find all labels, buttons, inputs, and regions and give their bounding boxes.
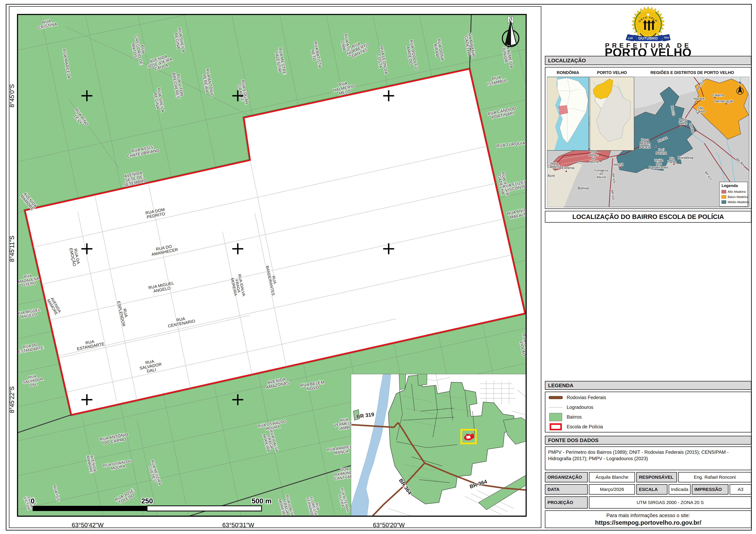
- legend-item-rodovias: Rodovias Federais: [545, 393, 751, 402]
- legend-item-escola: Escola de Polícia: [545, 422, 751, 432]
- region-city-label: Calama: [713, 93, 724, 97]
- legend-label: Rodovias Federais: [567, 395, 606, 400]
- latitude-label: 8°45'11"S: [9, 236, 15, 262]
- scale-label: 500 m: [252, 497, 271, 505]
- longitude-label: 63°50'42"W: [72, 522, 103, 528]
- impressao-label: IMPRESSÃO: [692, 484, 728, 495]
- inset-map: BR 319BR 364BR 364: [351, 374, 526, 516]
- regions-legend-swatch: [721, 200, 726, 204]
- legend-item-logradouros: Logradouros: [545, 402, 751, 412]
- legend-label: Escola de Polícia: [567, 424, 603, 430]
- data-label: DATA: [545, 484, 588, 495]
- escola-swatch-icon: [549, 423, 563, 430]
- region-city-label: PortoVelho: [679, 118, 687, 125]
- region-city-label: NovaMutumParaná: [640, 138, 651, 149]
- emblem-arrows-icon: [643, 20, 655, 31]
- impressao-value: A3: [730, 484, 751, 495]
- responsavel-label: RESPONSÁVEL: [636, 472, 677, 482]
- organizacao-value: Ácquila Blanche: [589, 472, 635, 482]
- coat-of-arms: PORTO VELHO OUTUBRO 2 DE 1914: [623, 5, 673, 41]
- scale-label: 250: [141, 497, 153, 505]
- regions-legend-swatch: [721, 190, 726, 193]
- city-dot: [680, 125, 682, 127]
- latitude-label: 8°45'22"S: [9, 386, 15, 413]
- escala-label: ESCALA: [636, 484, 667, 495]
- bairros-swatch-icon: [549, 413, 563, 421]
- scale-bar-black: [33, 506, 147, 511]
- legend-item-bairros: Bairros: [545, 412, 751, 422]
- logradouros-swatch-icon: [549, 407, 563, 408]
- site-url[interactable]: https://sempog.portovelho.ro.gov.br/: [545, 519, 751, 526]
- regions-north-label: N: [739, 81, 741, 85]
- fonte-box: PMPV - Perímetro dos Bairros (1989); DNI…: [545, 446, 751, 470]
- organizacao-label: ORGANIZAÇÃO: [545, 472, 588, 482]
- regions-legend: LegendaAlto MadeiraBaixo MadeiraMédio Ma…: [719, 182, 749, 206]
- escala-value: Indicada: [669, 484, 690, 495]
- emblem-banner-text: OUTUBRO: [638, 36, 658, 40]
- city-dot: [565, 170, 567, 172]
- latitude-label: 8°45'0"S: [9, 84, 15, 108]
- region-city-label: Demarcação: [715, 99, 734, 103]
- fonte-text: PMPV - Perímetro dos Bairros (1989); DNI…: [545, 447, 751, 464]
- responsavel-value: Eng. Rafael Ronconi: [678, 472, 751, 482]
- legend-box: Rodovias Federais Logradouros Bairros Es…: [545, 392, 751, 432]
- emblem-banner-left-text: 2 DE: [628, 37, 633, 39]
- city-dot: [555, 169, 556, 171]
- north-label: N: [507, 14, 514, 25]
- legend-label: Bairros: [567, 414, 581, 420]
- region-city-label: Acre: [547, 174, 555, 178]
- regions-legend-label: Médio Madeira: [728, 200, 749, 204]
- longitude-label: 63°50'31"W: [222, 522, 254, 528]
- brazil-map: [547, 77, 589, 150]
- regions-legend-label: Alto Madeira: [728, 190, 746, 193]
- region-city-label: Extrema: [562, 166, 575, 170]
- regions-legend-label: Baixo Madeira: [728, 195, 748, 198]
- regions-legend-title: Legenda: [721, 183, 738, 188]
- region-city-label: Bolívia: [578, 186, 589, 190]
- rondonia-map: [590, 77, 634, 150]
- city-dot: [697, 101, 699, 103]
- city-dot: [620, 166, 621, 168]
- region-city-label: Rondônia: [678, 156, 693, 160]
- region-city-label: Abunã: [613, 163, 623, 166]
- localizacao-header: LOCALIZAÇÃO: [545, 56, 751, 65]
- data-value: Março/2026: [589, 484, 635, 495]
- region-city-label: Nazaré: [694, 97, 705, 100]
- scale-bar-white: [147, 506, 261, 511]
- legend-label: Logradouros: [567, 405, 593, 410]
- site-box: Para mais informações acesso o site: htt…: [545, 510, 751, 528]
- city-dot: [655, 146, 657, 147]
- emblem-banner-right-text: 1914: [664, 36, 669, 39]
- projecao-label: PROJEÇÃO: [545, 496, 588, 509]
- map-title: LOCALIZAÇÃO DO BAIRRO ESCOLA DE POLÍCIA: [545, 211, 751, 223]
- site-text: Para mais informações acesso o site:: [545, 513, 751, 518]
- scale-label: 0: [31, 497, 35, 505]
- scale-bar: [33, 506, 261, 511]
- city-dot: [600, 160, 602, 162]
- longitude-label: 63°50'20"W: [373, 522, 405, 528]
- brazil-rondonia-highlight: [558, 105, 568, 114]
- main-map: RUACRISTINARUA MARCELARUA RINOLEVYRUAGRE…: [9, 6, 541, 528]
- legenda-header: LEGENDA: [545, 381, 751, 390]
- city-dot: [725, 103, 727, 105]
- fonte-header: FONTE DOS DADOS: [545, 436, 751, 445]
- region-city-label: VistaAlegredoAbunã: [589, 150, 598, 164]
- minimaps: CalamaNazaréDemarcaçãoSãoCarlosPortoVelh…: [545, 67, 751, 209]
- projecao-value: UTM SIRGAS 2000 - ZONA 20 S: [589, 496, 751, 509]
- city-dot: [714, 97, 716, 99]
- regions-legend-swatch: [721, 195, 726, 198]
- rodovias-swatch-icon: [549, 396, 563, 399]
